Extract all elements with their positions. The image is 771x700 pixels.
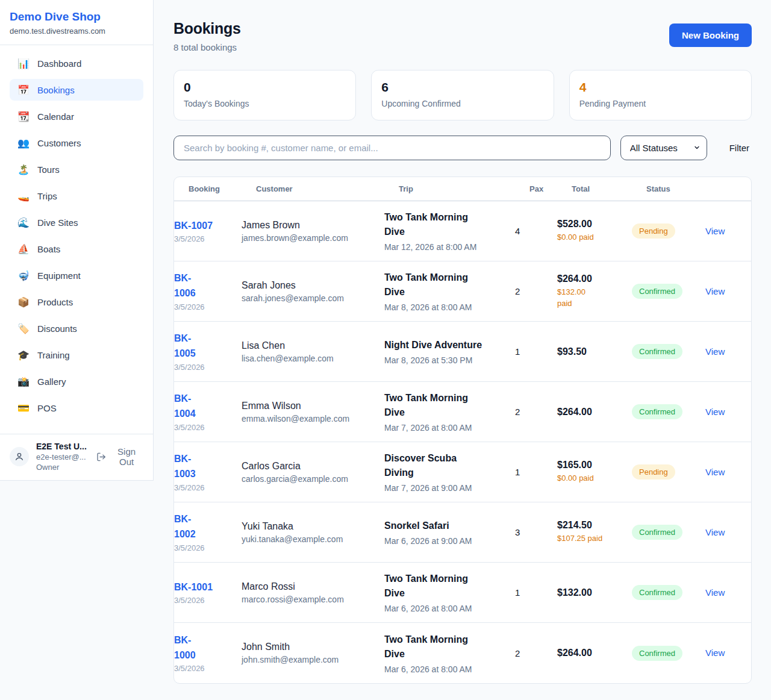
paid-amount: $0.00 paid: [557, 232, 623, 243]
total-amount: $264.00: [557, 273, 623, 284]
view-link[interactable]: View: [705, 407, 725, 417]
booking-id-link[interactable]: BK- 1005: [174, 331, 233, 361]
nav-item-icon: 📆: [17, 111, 30, 122]
user-info: E2E Test U... e2e-tester@... Owner: [36, 442, 96, 472]
nav-item-label: Discounts: [37, 323, 77, 334]
nav-item-icon: 📊: [17, 58, 30, 69]
avatar: [10, 447, 29, 466]
nav-item-label: Training: [37, 350, 70, 360]
nav-item-label: Products: [37, 297, 73, 307]
booking-date: 3/5/2026: [174, 423, 233, 432]
nav-item-label: Dashboard: [37, 58, 81, 69]
view-link[interactable]: View: [705, 226, 725, 236]
booking-date: 3/5/2026: [174, 234, 233, 243]
stat-label: Today's Bookings: [184, 99, 346, 108]
view-link[interactable]: View: [705, 587, 725, 598]
filter-button[interactable]: Filter: [727, 143, 752, 153]
paid-amount: $132.00 paid: [557, 287, 623, 310]
sidebar-item-calendar[interactable]: 📆 Calendar: [10, 105, 143, 127]
status-select[interactable]: All Statuses: [620, 136, 707, 160]
user-name: E2E Test U...: [36, 442, 96, 451]
sidebar-item-equipment[interactable]: 🤿 Equipment: [10, 264, 143, 286]
trip-name: Two Tank Morning Dive: [384, 572, 507, 601]
sidebar-item-customers[interactable]: 👥 Customers: [10, 132, 143, 154]
trip-datetime: Mar 6, 2026 at 8:00 AM: [384, 604, 507, 613]
nav-item-label: Trips: [37, 191, 57, 201]
sign-out-button[interactable]: Sign Out: [96, 446, 143, 467]
page-title: Bookings: [173, 20, 241, 37]
table-row: BK- 1002 3/5/2026 Yuki Tanaka yuki.tanak…: [174, 502, 751, 563]
trip-name: Snorkel Safari: [384, 519, 507, 533]
booking-id-link[interactable]: BK-1007: [174, 219, 233, 234]
sidebar-item-trips[interactable]: 🚤 Trips: [10, 185, 143, 207]
customer-name: Lisa Chen: [242, 340, 376, 351]
status-badge: Pending: [632, 464, 675, 480]
column-header-trip: Trip: [399, 184, 529, 193]
nav-item-label: Gallery: [37, 377, 66, 387]
booking-id-link[interactable]: BK- 1000: [174, 633, 233, 663]
booking-id-link[interactable]: BK- 1002: [174, 512, 233, 542]
table-row: BK-1001 3/5/2026 Marco Rossi marco.rossi…: [174, 563, 751, 623]
sidebar-item-gallery[interactable]: 📸 Gallery: [10, 370, 143, 392]
status-badge: Pending: [632, 223, 675, 239]
booking-date: 3/5/2026: [174, 302, 233, 311]
trip-datetime: Mar 12, 2026 at 8:00 AM: [384, 242, 507, 252]
customer-name: Marco Rossi: [242, 581, 376, 592]
status-badge: Confirmed: [632, 404, 682, 419]
sidebar-item-dashboard[interactable]: 📊 Dashboard: [10, 52, 143, 74]
nav-item-label: Customers: [37, 138, 81, 148]
booking-date: 3/5/2026: [174, 363, 233, 372]
customer-email: emma.wilson@example.com: [242, 414, 376, 423]
search-input[interactable]: [173, 136, 611, 160]
column-header-pax: Pax: [529, 184, 572, 193]
sidebar-item-bookings[interactable]: 📅 Bookings: [10, 79, 143, 101]
total-bookings-count: 8 total bookings: [173, 42, 241, 52]
shop-name: Demo Dive Shop: [10, 10, 143, 23]
customer-name: Sarah Jones: [242, 280, 376, 291]
user-section: E2E Test U... e2e-tester@... Owner Sign …: [0, 434, 153, 480]
stat-card: 4 Pending Payment: [569, 70, 752, 120]
paid-amount: $0.00 paid: [557, 473, 623, 484]
sidebar-item-tours[interactable]: 🏝️ Tours: [10, 158, 143, 180]
column-header-customer: Customer: [256, 184, 399, 193]
new-booking-button[interactable]: New Booking: [669, 23, 752, 47]
sidebar-item-dive-sites[interactable]: 🌊 Dive Sites: [10, 211, 143, 233]
shop-header: Demo Dive Shop demo.test.divestreams.com: [0, 0, 153, 45]
pax-count: 2: [515, 407, 557, 417]
customer-name: Yuki Tanaka: [242, 521, 376, 532]
table-header-row: Booking Customer Trip Pax Total Status: [174, 177, 751, 201]
customer-email: carlos.garcia@example.com: [242, 474, 376, 484]
booking-id-link[interactable]: BK- 1006: [174, 271, 233, 301]
pax-count: 4: [515, 226, 557, 236]
view-link[interactable]: View: [705, 467, 725, 477]
table-row: BK- 1006 3/5/2026 Sarah Jones sarah.jone…: [174, 261, 751, 322]
booking-id-link[interactable]: BK-1001: [174, 580, 233, 595]
nav-item-icon: 🤿: [17, 270, 30, 281]
total-amount: $165.00: [557, 460, 623, 470]
view-link[interactable]: View: [705, 346, 725, 357]
sidebar-item-training[interactable]: 🎓 Training: [10, 344, 143, 366]
table-row: BK- 1000 3/5/2026 John Smith john.smith@…: [174, 623, 751, 683]
booking-id-link[interactable]: BK- 1003: [174, 452, 233, 482]
trip-datetime: Mar 8, 2026 at 8:00 AM: [384, 302, 507, 312]
sidebar-item-discounts[interactable]: 🏷️ Discounts: [10, 317, 143, 339]
table-row: BK- 1004 3/5/2026 Emma Wilson emma.wilso…: [174, 382, 751, 442]
stat-card: 6 Upcoming Confirmed: [371, 70, 554, 120]
nav-item-icon: ⛵: [17, 243, 30, 255]
customer-name: Carlos Garcia: [242, 461, 376, 472]
table-row: BK-1007 3/5/2026 James Brown james.brown…: [174, 201, 751, 261]
view-link[interactable]: View: [705, 527, 725, 537]
booking-date: 3/5/2026: [174, 543, 233, 552]
shop-domain: demo.test.divestreams.com: [10, 27, 143, 36]
booking-id-link[interactable]: BK- 1004: [174, 392, 233, 422]
bookings-table: Booking Customer Trip Pax Total Status B…: [173, 177, 752, 684]
sidebar-item-boats[interactable]: ⛵ Boats: [10, 238, 143, 260]
booking-date: 3/5/2026: [174, 664, 233, 673]
view-link[interactable]: View: [705, 648, 725, 658]
page-header: Bookings 8 total bookings New Booking: [173, 20, 752, 52]
sidebar-item-products[interactable]: 📦 Products: [10, 291, 143, 313]
customer-email: lisa.chen@example.com: [242, 354, 376, 363]
sidebar-item-pos[interactable]: 💳 POS: [10, 397, 143, 419]
table-row: BK- 1003 3/5/2026 Carlos Garcia carlos.g…: [174, 442, 751, 502]
view-link[interactable]: View: [705, 286, 725, 296]
